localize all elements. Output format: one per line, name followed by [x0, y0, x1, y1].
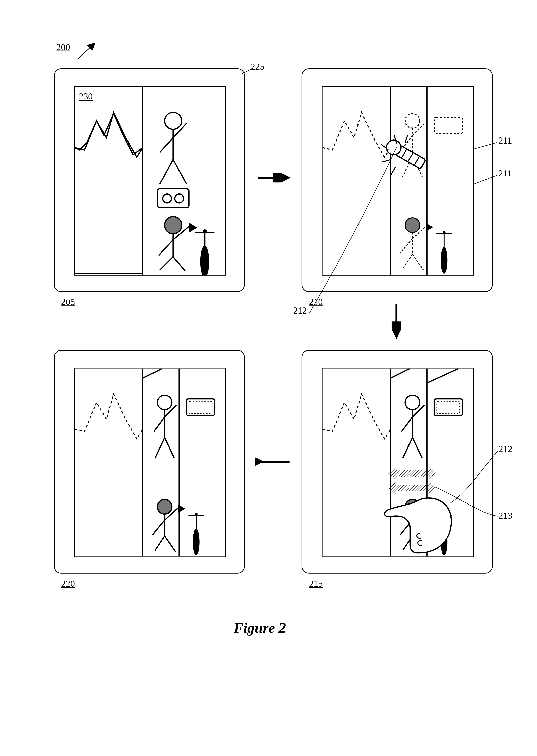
svg-marker-78 — [388, 488, 395, 494]
svg-point-84 — [157, 395, 172, 410]
svg-point-11 — [165, 217, 182, 234]
leader-212a-line — [308, 146, 405, 316]
panel-205: 230 — [54, 68, 245, 292]
svg-line-44 — [473, 142, 497, 149]
svg-line-13 — [158, 240, 173, 255]
svg-rect-8 — [157, 189, 189, 208]
svg-point-49 — [405, 395, 420, 410]
svg-point-10 — [175, 194, 184, 203]
ref-211b: 211 — [498, 168, 512, 179]
svg-line-16 — [173, 257, 185, 271]
svg-line-6 — [160, 160, 173, 184]
svg-marker-74 — [430, 468, 437, 473]
svg-marker-29 — [426, 223, 433, 231]
leader-225 — [240, 67, 254, 77]
svg-line-0 — [78, 44, 94, 59]
svg-marker-17 — [189, 223, 197, 232]
svg-point-9 — [163, 194, 171, 203]
figure-label: Figure 2 — [233, 620, 286, 636]
svg-line-53 — [403, 438, 412, 458]
svg-marker-73 — [388, 473, 395, 479]
ref-215: 215 — [309, 578, 323, 589]
svg-point-103 — [195, 512, 198, 515]
panel-220-image — [74, 368, 226, 557]
ref-205: 205 — [61, 297, 75, 307]
arrow-205-210 — [256, 173, 292, 182]
svg-line-97 — [155, 536, 165, 551]
svg-marker-77 — [388, 482, 395, 488]
svg-point-28 — [405, 218, 420, 233]
svg-rect-56 — [437, 401, 460, 413]
leader-211a — [472, 140, 499, 152]
ref-211a: 211 — [498, 135, 512, 146]
svg-marker-72 — [388, 468, 395, 473]
svg-marker-75 — [430, 473, 437, 479]
svg-rect-76 — [395, 485, 430, 491]
arrow-210-215 — [392, 301, 401, 340]
panel-220 — [54, 350, 245, 573]
svg-point-2 — [165, 112, 182, 129]
leader-211b — [472, 173, 499, 187]
svg-line-7 — [173, 160, 186, 184]
patent-figure-2: 200 — [10, 10, 527, 737]
ref-230: 230 — [79, 91, 93, 101]
svg-line-89 — [165, 438, 174, 458]
svg-point-33 — [442, 231, 446, 234]
svg-marker-99 — [178, 504, 185, 513]
svg-point-26 — [405, 114, 420, 128]
svg-line-95 — [152, 520, 165, 535]
ref-220: 220 — [61, 578, 75, 589]
svg-line-86 — [154, 417, 165, 432]
svg-line-88 — [155, 438, 165, 458]
svg-line-45 — [473, 175, 497, 184]
svg-line-69 — [427, 368, 459, 383]
scene-205 — [75, 87, 226, 275]
ref-200: 200 — [56, 42, 70, 52]
panel-205-image — [74, 86, 226, 276]
svg-line-22 — [241, 68, 253, 74]
svg-line-92 — [143, 368, 162, 378]
svg-point-93 — [157, 500, 172, 514]
scene-220 — [75, 368, 226, 556]
ref-212a: 212 — [293, 305, 307, 316]
leader-213 — [434, 486, 500, 520]
ref-200-arrow — [77, 42, 99, 63]
svg-line-57 — [391, 368, 410, 378]
svg-line-4 — [160, 138, 173, 152]
ref-213: 213 — [498, 510, 512, 521]
svg-rect-91 — [189, 401, 212, 413]
svg-line-15 — [160, 257, 173, 270]
svg-line-51 — [401, 417, 412, 432]
arrow-215-220 — [256, 457, 292, 467]
svg-rect-71 — [395, 471, 430, 477]
svg-line-98 — [165, 536, 176, 552]
svg-point-21 — [203, 229, 207, 233]
svg-rect-27 — [434, 117, 462, 133]
svg-line-54 — [413, 438, 422, 458]
ref-212b: 212 — [498, 443, 512, 454]
